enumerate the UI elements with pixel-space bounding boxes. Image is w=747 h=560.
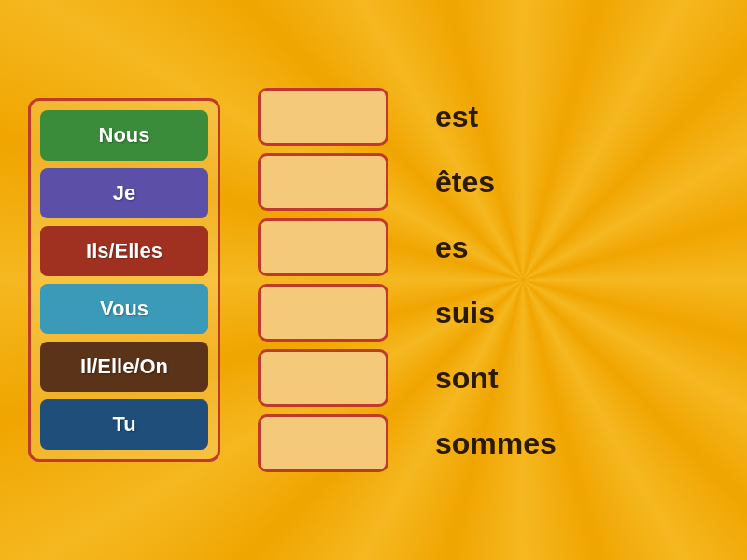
verb-form-suis: suis [426,284,557,342]
pronoun-button-il-elle[interactable]: Il/Elle/On [40,342,208,392]
verb-form-es: es [426,218,557,276]
answer-box-4[interactable] [258,284,388,342]
answer-box-2[interactable] [258,153,388,211]
answer-boxes-container [258,88,388,472]
verb-form-sommes: sommes [426,414,557,472]
verb-form-sont: sont [426,349,557,407]
pronoun-button-vous[interactable]: Vous [40,284,208,334]
pronouns-container: Nous Je Ils/Elles Vous Il/Elle/On Tu [28,98,220,462]
pronoun-button-je[interactable]: Je [40,168,208,218]
answer-box-5[interactable] [258,349,388,407]
main-content: Nous Je Ils/Elles Vous Il/Elle/On Tu est… [0,0,747,560]
answer-box-1[interactable] [258,88,388,146]
verb-form-etes: êtes [426,153,557,211]
answer-box-6[interactable] [258,414,388,472]
pronoun-button-ils-elles[interactable]: Ils/Elles [40,226,208,276]
verb-forms-container: est êtes es suis sont sommes [426,88,557,472]
answer-box-3[interactable] [258,218,388,276]
verb-form-est: est [426,88,557,146]
pronoun-button-nous[interactable]: Nous [40,110,208,161]
pronoun-button-tu[interactable]: Tu [40,399,208,450]
